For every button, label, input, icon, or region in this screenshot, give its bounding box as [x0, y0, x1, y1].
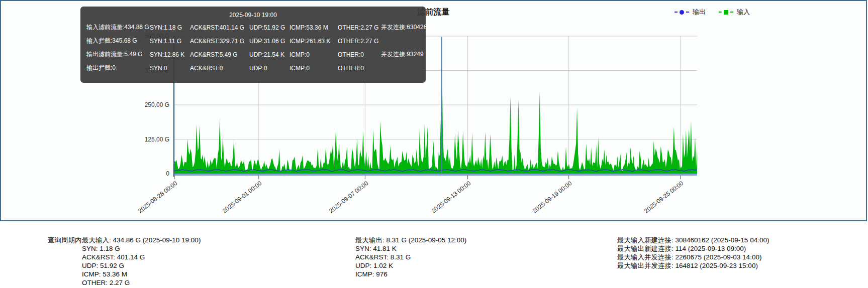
tooltip-cell: SYN:1.18 G	[150, 24, 190, 31]
legend-dash-icon	[686, 12, 689, 13]
chart-tooltip: 2025-09-10 19:00输入滤前流量:434.86 GSYN:1.18 …	[80, 7, 426, 83]
x-axis-tick-label: 2025-09-25 00:00	[643, 180, 685, 214]
tooltip-cell: OTHER:2.27 G	[338, 38, 381, 45]
traffic-chart-panel: 滤前流量 输出输入 500.00 G375.00 G250.00 G125.00…	[0, 0, 867, 221]
summary-line: 最大输入: 434.86 G (2025-09-10 19:00)	[82, 236, 201, 244]
summary-line: 最大输出新建连接: 114 (2025-09-13 09:00)	[617, 244, 769, 253]
tooltip-cell: ICMP:0	[290, 65, 338, 72]
tooltip-cell: ACK&RST:329.71 G	[190, 38, 249, 45]
tooltip-cell: UDP:0	[249, 65, 290, 72]
circle-marker-icon	[680, 10, 684, 15]
legend-dash-icon	[674, 12, 678, 13]
summary-line: ICMP: 53.36 M	[82, 270, 201, 278]
legend-dash-icon	[719, 12, 722, 13]
summary-line: OTHER: 2.27 G	[82, 278, 201, 287]
summary-line: SYN: 41.81 K	[355, 244, 466, 253]
summary-line: 最大输入新建连接: 308460162 (2025-09-15 04:00)	[617, 236, 769, 244]
summary-line: SYN: 1.18 G	[82, 244, 201, 253]
tooltip-row: 输入滤前流量:434.86 GSYN:1.18 GACK&RST:401.14 …	[86, 21, 420, 34]
summary-line: 最大输出并发连接: 164812 (2025-09-23 15:00)	[617, 261, 769, 270]
tooltip-cell: OTHER:2.27 G	[338, 24, 381, 31]
tooltip-cell: 输出拦截:0	[86, 64, 150, 72]
summary-line: 最大输出: 8.31 G (2025-09-05 12:00)	[355, 236, 466, 244]
summary-line: ICMP: 976	[355, 270, 466, 278]
y-axis-tick-label: 250.00 G	[134, 101, 169, 108]
x-axis-tick-label: 2025-09-07 00:00	[328, 180, 369, 214]
y-axis-tick-label: 125.00 G	[134, 136, 169, 143]
summary-column-max-output: 最大输出: 8.31 G (2025-09-05 12:00)SYN: 41.8…	[355, 236, 466, 278]
tooltip-cell: 输出滤前流量:5.49 G	[86, 50, 150, 59]
tooltip-cell: SYN:12.86 K	[150, 51, 190, 58]
tooltip-cell: UDP:31.06 G	[249, 38, 290, 45]
tooltip-row: 输入拦截:345.68 GSYN:1.11 GACK&RST:329.71 GU…	[86, 34, 420, 48]
tooltip-cell: ACK&RST:0	[190, 65, 249, 72]
legend-label: 输入	[737, 8, 750, 17]
y-axis-tick-label: 0	[134, 170, 169, 177]
legend-item-input[interactable]: 输入	[719, 8, 750, 17]
tooltip-row: 输出滤前流量:5.49 GSYN:12.86 KACK&RST:5.49 GUD…	[86, 48, 420, 61]
legend-dash-icon	[730, 12, 733, 13]
x-axis-tick-label: 2025-09-19 00:00	[531, 180, 573, 214]
tooltip-cell: ACK&RST:401.14 G	[190, 24, 249, 31]
legend-label: 输出	[693, 8, 706, 17]
tooltip-cell: 并发连接:93249	[381, 50, 424, 59]
tooltip-cell: UDP:51.92 G	[249, 24, 290, 31]
tooltip-cell: ICMP:261.63 K	[290, 38, 338, 45]
tooltip-cell: 输入滤前流量:434.86 G	[86, 23, 150, 32]
legend-item-output[interactable]: 输出	[674, 8, 706, 17]
chart-legend: 输出输入	[674, 8, 750, 17]
x-axis-tick-label: 2025-09-01 00:00	[221, 180, 263, 214]
summary-line: ACK&RST: 8.31 G	[355, 253, 466, 261]
tooltip-cell: ACK&RST:5.49 G	[190, 51, 249, 58]
summary-line: ACK&RST: 401.14 G	[82, 253, 201, 261]
tooltip-cell: SYN:0	[150, 65, 190, 72]
tooltip-cell: SYN:1.11 G	[150, 38, 190, 45]
summary-column-max-input: 最大输入: 434.86 G (2025-09-10 19:00)SYN: 1.…	[82, 236, 201, 287]
tooltip-cell: UDP:21.54 K	[249, 51, 290, 58]
tooltip-cell: 输入拦截:345.68 G	[86, 37, 150, 45]
x-axis-tick-label: 2025-09-13 00:00	[430, 180, 472, 214]
tooltip-timestamp: 2025-09-10 19:00	[86, 10, 420, 21]
tooltip-row: 输出拦截:0SYN:0ACK&RST:0UDP:0ICMP:0OTHER:0	[86, 61, 420, 75]
tooltip-cell: 并发连接:630426	[381, 23, 427, 32]
summary-line: UDP: 51.92 G	[82, 261, 201, 270]
square-marker-icon	[724, 10, 728, 15]
summary-line: UDP: 1.02 K	[355, 261, 466, 270]
tooltip-cell: ICMP:0	[290, 51, 338, 58]
x-axis-tick-label: 2025-08-28 00:00	[137, 180, 178, 214]
tooltip-cell: OTHER:0	[338, 65, 381, 72]
tooltip-cell: OTHER:0	[338, 51, 381, 58]
tooltip-cell: ICMP:53.36 M	[290, 24, 338, 31]
summary-period-label: 查询周期内:	[48, 236, 83, 245]
summary-column-max-connections: 最大输入新建连接: 308460162 (2025-09-15 04:00)最大…	[617, 236, 769, 270]
summary-line: 最大输入并发连接: 2260675 (2025-09-03 14:00)	[617, 253, 769, 261]
